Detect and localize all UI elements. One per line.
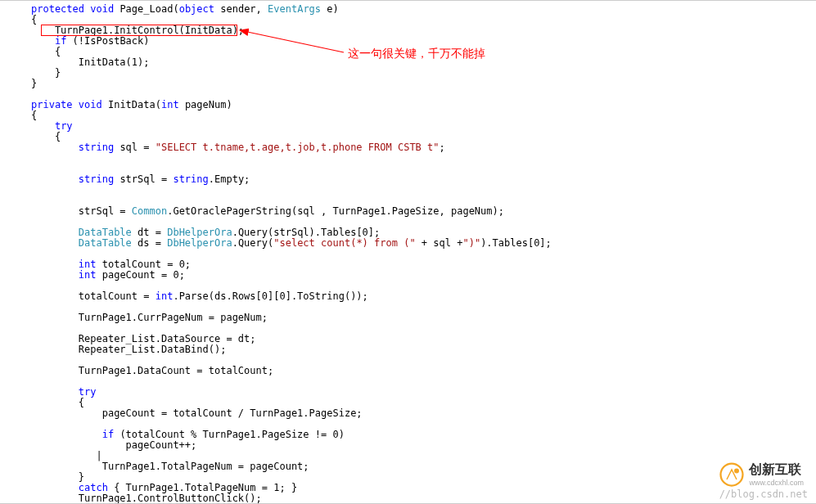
keyword: private [31, 99, 73, 110]
code-text: InitData(1); [31, 56, 150, 68]
type-name: DataTable [79, 237, 132, 249]
keyword: void [79, 99, 102, 110]
code-text: (!IsPostBack) [66, 35, 149, 47]
code-text: } [31, 67, 61, 79]
code-text: pageCount = totalCount / TurnPage1.PageS… [31, 407, 363, 419]
code-text: TurnPage1.ControlButtonClick(); [31, 493, 262, 504]
annotation-text: 这一句很关键，千万不能掉 [348, 47, 485, 61]
keyword: int [79, 259, 97, 270]
code-text: .Query(strSql).Tables[0]; [232, 227, 381, 238]
code-text: Repeater_List.DataBind(); [31, 344, 226, 355]
code-text: strSql = [31, 205, 132, 217]
logo-icon [719, 462, 744, 487]
code-text: pageCount++; [31, 439, 196, 451]
code-text: Page_Load( [114, 3, 178, 15]
code-text: ).Tables[0]; [480, 237, 552, 249]
svg-point-2 [721, 463, 743, 485]
type-name: Common [132, 205, 167, 217]
keyword: int [161, 99, 179, 110]
code-text: Repeater_List.DataSource = dt; [31, 333, 256, 344]
code-text: .GetOraclePagerString(sql , TurnPage1.Pa… [167, 205, 504, 217]
type-name: DbHelperOra [167, 227, 232, 238]
code-text: dt = [132, 227, 167, 238]
keyword: string [79, 142, 114, 153]
keyword: string [79, 173, 114, 185]
code-text: .Query( [232, 237, 274, 249]
keyword: protected [31, 3, 84, 15]
code-text: | [31, 450, 102, 461]
code-text: } [31, 78, 37, 89]
brand-logo: 创新互联 www.cdcxhl.com [719, 461, 804, 487]
code-text: .Parse(ds.Rows[0][0].ToString()); [173, 290, 367, 302]
string-literal: ")" [462, 237, 480, 249]
code-text: ds = [132, 237, 167, 249]
code-text: totalCount = 0; [96, 259, 191, 270]
code-text: strSql = [114, 173, 173, 185]
code-text: totalCount = [31, 290, 156, 302]
code-text: { [31, 110, 37, 121]
keyword: catch [79, 482, 108, 493]
keyword: int [156, 290, 174, 302]
code-text: .Empty; [209, 173, 250, 185]
code-text: pageCount = 0; [96, 269, 184, 281]
keyword: if [55, 35, 66, 47]
code-text: { [31, 14, 37, 25]
code-text: sql = [114, 142, 156, 153]
code-editor[interactable]: protected void Page_Load(object sender, … [0, 1, 816, 504]
code-text: InitData( [102, 99, 161, 110]
code-text: { [31, 131, 61, 142]
code-text: { [31, 46, 61, 57]
code-text: + sql + [416, 237, 463, 249]
code-text: { TurnPage1.TotalPageNum = 1; } [108, 482, 297, 493]
code-text: TurnPage1.TotalPageNum = pageCount; [31, 461, 309, 472]
keyword: try [55, 120, 73, 132]
keyword: void [90, 3, 114, 15]
code-text: { [31, 397, 84, 408]
keyword: try [79, 386, 97, 398]
code-text: TurnPage1.CurrPageNum = pageNum; [31, 312, 268, 323]
code-text: } [31, 471, 84, 483]
logo-subtext: www.cdcxhl.com [749, 479, 804, 487]
watermark: //blog.csdn.net [719, 488, 808, 500]
code-text: ; [440, 142, 445, 153]
code-text: TurnPage1.InitControl(InitData); [31, 25, 244, 36]
logo-text: 创新互联 [749, 461, 804, 479]
code-text: (totalCount % TurnPage1.PageSize != 0) [114, 429, 345, 440]
string-literal: "select count(*) from (" [273, 237, 415, 249]
keyword: string [173, 173, 208, 185]
code-text: pageNum) [179, 99, 232, 110]
type-name: DbHelperOra [167, 237, 232, 249]
code-text: TurnPage1.DataCount = totalCount; [31, 365, 273, 376]
keyword: object [179, 3, 214, 15]
code-text: e) [321, 3, 339, 15]
string-literal: "SELECT t.tname,t.age,t.job,t.phone FROM… [156, 142, 440, 153]
svg-point-3 [734, 468, 739, 473]
type-name: DataTable [79, 227, 132, 238]
code-text: sender, [214, 3, 268, 15]
keyword: if [102, 429, 114, 440]
keyword: int [79, 269, 97, 281]
type-name: EventArgs [268, 3, 321, 15]
